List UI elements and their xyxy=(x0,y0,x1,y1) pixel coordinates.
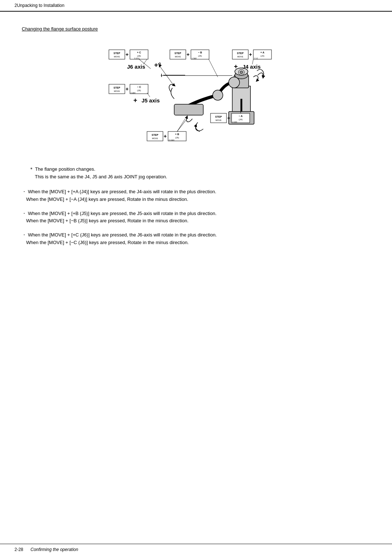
svg-text:+: + xyxy=(154,61,158,69)
page-footer: 2-28 Confirming the operation xyxy=(0,544,392,555)
svg-text:8   VWX: 8 VWX xyxy=(169,139,175,141)
svg-text:+: + xyxy=(234,63,238,70)
bullet-dot-1: ・ xyxy=(22,188,26,196)
svg-text:+ C: + C xyxy=(137,51,141,54)
svg-text:− B: − B xyxy=(198,51,202,54)
svg-text:+ B: + B xyxy=(175,133,179,135)
bullet-item-3: ・ When the [MOVE] + [+C (J6)] keys are p… xyxy=(22,231,370,247)
footer-text: Confirming the operation xyxy=(30,547,78,552)
main-content: Changing the flange surface posture xyxy=(0,12,392,275)
svg-text:STEP: STEP xyxy=(114,86,121,89)
header-text: 2Unpacking to Installation xyxy=(15,3,64,8)
svg-text:(J5): (J5) xyxy=(198,55,202,57)
svg-text:STEP: STEP xyxy=(237,52,244,54)
diagram-area: STEP MOVE + + C (J6) 5 STU J6 axis + STE… xyxy=(22,39,370,159)
svg-rect-56 xyxy=(147,131,163,141)
svg-text:2   GHI: 2 GHI xyxy=(232,121,237,123)
svg-point-5 xyxy=(213,90,223,100)
bullet-item-1: ・ When the [MOVE] + [+A (J4)] keys are p… xyxy=(22,188,370,203)
svg-text:− C: − C xyxy=(137,86,141,88)
svg-text:(J5): (J5) xyxy=(175,137,179,139)
svg-text:MOVE: MOVE xyxy=(175,56,181,58)
svg-text:J5 axis: J5 axis xyxy=(142,97,160,104)
svg-text:(J6): (J6) xyxy=(137,55,141,57)
section-title: Changing the flange surface posture xyxy=(22,26,370,32)
bullet-line2-1: When the [MOVE] + [−A (J4)] keys are pre… xyxy=(22,196,370,203)
svg-text:STEP: STEP xyxy=(175,52,181,54)
svg-text:(J4): (J4) xyxy=(239,118,242,121)
svg-text:MOVE: MOVE xyxy=(216,119,222,121)
note-section: ＊ The flange position changes. This is t… xyxy=(29,166,370,179)
svg-point-9 xyxy=(240,71,243,74)
svg-text:0   ABC: 0 ABC xyxy=(131,92,136,94)
note-asterisk: ＊ The flange position changes. xyxy=(29,166,370,173)
bullet-item-2: ・ When the [MOVE] + [+B (J5)] keys are p… xyxy=(22,210,370,225)
note-indent: This is the same as the J4, J5 and J6 ax… xyxy=(29,174,370,179)
bullet-line1-3: When the [MOVE] + [+C (J6)] keys are pre… xyxy=(28,231,217,239)
svg-rect-38 xyxy=(109,84,125,94)
svg-text:MOVE: MOVE xyxy=(114,56,120,58)
svg-rect-48 xyxy=(211,113,226,123)
svg-text:STEP: STEP xyxy=(114,52,121,54)
svg-text:MOVE: MOVE xyxy=(114,90,120,92)
svg-text:MOVE: MOVE xyxy=(152,137,158,139)
bullet-line2-2: When the [MOVE] + [−B (J5)] keys are pre… xyxy=(22,217,370,225)
svg-rect-20 xyxy=(170,50,186,59)
svg-line-71 xyxy=(209,59,218,77)
svg-rect-10 xyxy=(109,50,125,59)
bullet-dot-3: ・ xyxy=(22,231,26,239)
svg-text:+: + xyxy=(126,52,128,57)
svg-line-65 xyxy=(160,66,174,86)
svg-text:+: + xyxy=(249,52,252,57)
page-container: 2Unpacking to Installation Changing the … xyxy=(0,0,392,555)
svg-text:7   YZ: 7 YZ xyxy=(254,57,258,60)
svg-rect-28 xyxy=(232,50,248,59)
bullet-dot-2: ・ xyxy=(22,210,26,218)
svg-line-73 xyxy=(147,93,150,97)
svg-text:+: + xyxy=(227,115,230,121)
svg-text:+: + xyxy=(133,97,137,104)
svg-text:MOVE: MOVE xyxy=(237,56,244,58)
svg-text:1   DEF: 1 DEF xyxy=(192,57,197,60)
svg-text:STEP: STEP xyxy=(152,134,159,136)
svg-text:+ A: + A xyxy=(261,51,265,54)
svg-text:STEP: STEP xyxy=(215,116,222,118)
svg-text:J4 axis: J4 axis xyxy=(242,64,261,70)
bullet-line1-2: When the [MOVE] + [+B (J5)] keys are pre… xyxy=(28,210,217,218)
svg-text:+: + xyxy=(126,86,128,92)
svg-text:J6 axis: J6 axis xyxy=(127,64,145,70)
svg-text:(J6): (J6) xyxy=(137,89,141,92)
svg-text:+: + xyxy=(164,133,167,139)
svg-text:− A: − A xyxy=(239,115,243,117)
bullet-line1-1: When the [MOVE] + [+A (J4)] keys are pre… xyxy=(28,188,216,196)
svg-line-74 xyxy=(177,119,185,131)
svg-point-4 xyxy=(229,77,240,88)
bullet-line2-3: When the [MOVE] + [−C (J6)] keys are pre… xyxy=(22,239,370,247)
bullet-section: ・ When the [MOVE] + [+A (J4)] keys are p… xyxy=(22,188,370,247)
footer-page: 2-28 xyxy=(15,547,23,552)
axis-diagram: STEP MOVE + + C (J6) 5 STU J6 axis + STE… xyxy=(91,39,301,159)
svg-rect-6 xyxy=(174,104,203,115)
svg-text:5   STU: 5 STU xyxy=(134,57,140,60)
page-header: 2Unpacking to Installation xyxy=(0,0,392,12)
svg-text:(J4): (J4) xyxy=(261,55,264,57)
svg-line-66 xyxy=(177,119,187,131)
svg-text:+: + xyxy=(187,52,189,57)
